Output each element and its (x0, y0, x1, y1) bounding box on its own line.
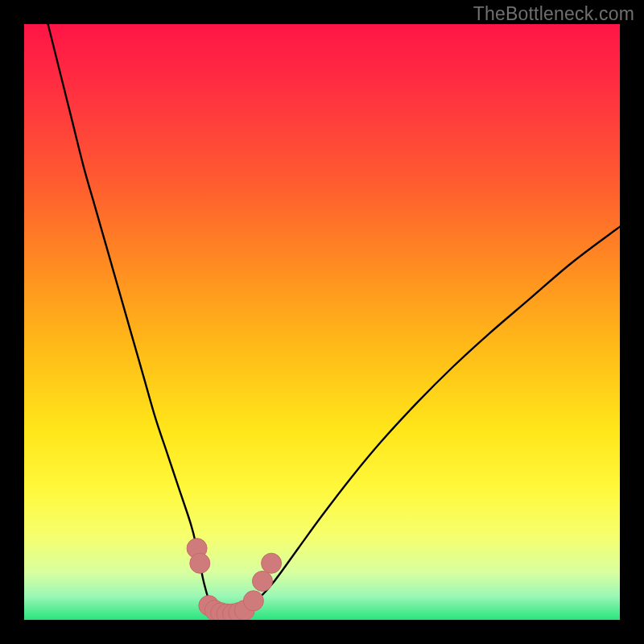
plot-area (24, 24, 620, 620)
chart-frame: TheBottleneck.com (0, 0, 644, 644)
gradient-background (24, 24, 620, 620)
marker-point (190, 553, 210, 573)
marker-point (243, 591, 263, 611)
plot-svg (24, 24, 620, 620)
marker-point (253, 571, 273, 591)
watermark-text: TheBottleneck.com (473, 3, 634, 25)
marker-point (262, 553, 282, 573)
